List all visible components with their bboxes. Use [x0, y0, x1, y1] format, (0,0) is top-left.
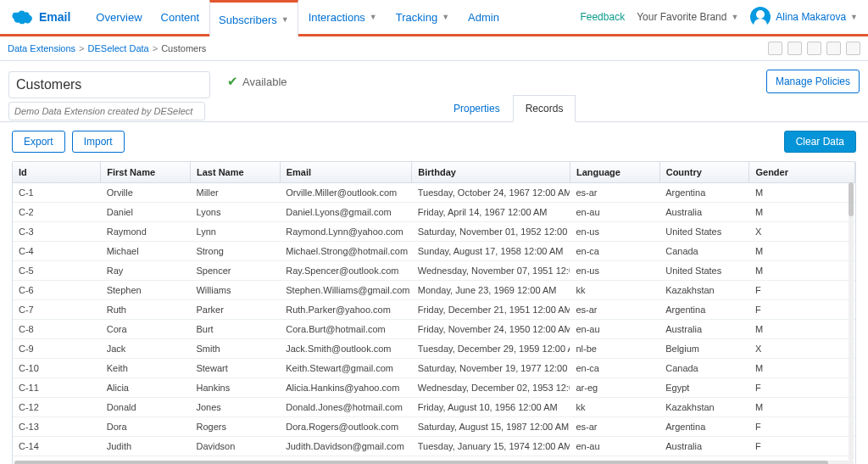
- col-email[interactable]: Email: [280, 162, 412, 183]
- user-menu[interactable]: Alina Makarova▼: [750, 7, 858, 27]
- cell: kk: [570, 281, 659, 300]
- table-row[interactable]: C-14JudithDavidsonJudith.Davidson@gmail.…: [13, 437, 855, 456]
- cell: C-3: [13, 222, 101, 242]
- trash-icon[interactable]: [846, 42, 860, 55]
- feedback-link[interactable]: Feedback: [580, 11, 625, 23]
- cell: Tuesday, December 29, 1959 12:00 AM: [412, 339, 570, 359]
- cell: Belgium: [659, 339, 749, 359]
- table-row[interactable]: C-15SimoneWellsSimone.Wells@yahoo.comFri…: [13, 456, 855, 460]
- brand-menu[interactable]: Your Favorite Brand▼: [637, 11, 738, 23]
- cell: Wednesday, November 07, 1951 12:00 AM: [412, 261, 570, 281]
- table-row[interactable]: C-4MichaelStrongMichael.Strong@hotmail.c…: [13, 242, 855, 261]
- table-row[interactable]: C-5RaySpencerRay.Spencer@outlook.comWedn…: [13, 261, 855, 281]
- cell: Jones: [190, 398, 280, 417]
- tab-row: Properties Records: [441, 95, 860, 122]
- table-row[interactable]: C-3RaymondLynnRaymond.Lynn@yahoo.comSatu…: [13, 222, 855, 242]
- cell: en-us: [570, 261, 659, 281]
- horizontal-scrollbar[interactable]: [14, 461, 854, 464]
- cell: Rogers: [190, 417, 280, 437]
- title-input[interactable]: [8, 71, 210, 98]
- tab-records[interactable]: Records: [513, 95, 576, 122]
- cell: C-5: [13, 261, 101, 281]
- col-country[interactable]: Country: [659, 162, 749, 183]
- cell: Dora.Rogers@outlook.com: [280, 417, 412, 437]
- scroll-thumb[interactable]: [14, 461, 828, 464]
- cell: Judith: [101, 437, 191, 456]
- cell: Australia: [659, 437, 749, 456]
- export-button[interactable]: Export: [12, 131, 65, 153]
- crumb-data-extensions[interactable]: Data Extensions: [8, 43, 75, 53]
- cell: C-2: [13, 203, 101, 222]
- table-row[interactable]: C-12DonaldJonesDonald.Jones@hotmail.comF…: [13, 398, 855, 417]
- cell: Cora: [101, 320, 191, 339]
- clear-data-button[interactable]: Clear Data: [784, 131, 856, 153]
- col-birthday[interactable]: Birthday: [412, 162, 570, 183]
- scroll-thumb[interactable]: [849, 182, 854, 216]
- nav-overview[interactable]: Overview: [87, 0, 150, 34]
- col-gender[interactable]: Gender: [749, 162, 855, 183]
- cell: Saturday, November 19, 1977 12:00 AM: [412, 359, 570, 378]
- chevron-down-icon: ▼: [850, 13, 858, 21]
- check-icon: ✔: [227, 74, 238, 89]
- crumb-deselect-data[interactable]: DESelect Data: [88, 43, 149, 53]
- table-row[interactable]: C-10KeithStewartKeith.Stewart@gmail.comS…: [13, 359, 855, 378]
- cell: F: [749, 456, 855, 460]
- nav-subscribers[interactable]: Subscribers▼: [209, 0, 298, 36]
- col-language[interactable]: Language: [570, 162, 659, 183]
- cell: F: [749, 281, 855, 300]
- status-available: ✔Available: [227, 74, 287, 89]
- nav-tracking[interactable]: Tracking▼: [387, 0, 458, 34]
- print-icon[interactable]: [826, 42, 841, 55]
- table-row[interactable]: C-7RuthParkerRuth.Parker@yahoo.comFriday…: [13, 300, 855, 320]
- cell: Monday, June 23, 1969 12:00 AM: [412, 281, 570, 300]
- col-id[interactable]: Id: [13, 162, 101, 183]
- cell: C-12: [13, 398, 101, 417]
- cell: C-4: [13, 242, 101, 261]
- cell: United States: [659, 456, 749, 460]
- nav-content[interactable]: Content: [153, 0, 209, 34]
- table-row[interactable]: C-9JackSmithJack.Smith@outlook.comTuesda…: [13, 339, 855, 359]
- vertical-scrollbar[interactable]: [849, 182, 854, 461]
- wifi-icon[interactable]: [768, 42, 782, 55]
- table-row[interactable]: C-8CoraBurtCora.Burt@hotmail.comFriday, …: [13, 320, 855, 339]
- cell: C-14: [13, 437, 101, 456]
- cell: Wednesday, December 02, 1953 12:00 AM: [412, 378, 570, 398]
- tab-properties[interactable]: Properties: [441, 95, 513, 122]
- cell: es-ar: [570, 183, 659, 203]
- cell: Raymond.Lynn@yahoo.com: [280, 222, 412, 242]
- cell: M: [749, 183, 855, 203]
- cell: Ruth.Parker@yahoo.com: [280, 300, 412, 320]
- cell: Stephen.Williams@gmail.com: [280, 281, 412, 300]
- cell: Daniel.Lyons@gmail.com: [280, 203, 412, 222]
- cell: Donald: [101, 398, 191, 417]
- cell: C-6: [13, 281, 101, 300]
- manage-policies-button[interactable]: Manage Policies: [766, 70, 860, 93]
- table-row[interactable]: C-6StephenWilliamsStephen.Williams@gmail…: [13, 281, 855, 300]
- cell: C-1: [13, 183, 101, 203]
- cell: Raymond: [101, 222, 191, 242]
- chevron-down-icon: ▼: [370, 13, 377, 21]
- cell: Tuesday, October 24, 1967 12:00 AM: [412, 183, 570, 203]
- cell: kk: [570, 398, 659, 417]
- breadcrumb: Data Extensions>DESelect Data>Customers: [0, 36, 868, 61]
- cell: Jack.Smith@outlook.com: [280, 339, 412, 359]
- col-first-name[interactable]: First Name: [101, 162, 191, 183]
- popout-icon[interactable]: [807, 42, 821, 55]
- table-row[interactable]: C-11AliciaHankinsAlicia.Hankins@yahoo.co…: [13, 378, 855, 398]
- cell: C-10: [13, 359, 101, 378]
- table-row[interactable]: C-13DoraRogersDora.Rogers@outlook.comSat…: [13, 417, 855, 437]
- salesforce-logo: [12, 9, 34, 25]
- cell: Kazakhstan: [659, 398, 749, 417]
- top-nav: Email OverviewContentSubscribers▼Interac…: [0, 0, 868, 36]
- cell: Sunday, August 17, 1958 12:00 AM: [412, 242, 570, 261]
- expand-icon[interactable]: [787, 42, 802, 55]
- cell: Miller: [190, 183, 280, 203]
- description-input[interactable]: [8, 102, 205, 120]
- nav-interactions[interactable]: Interactions▼: [300, 0, 386, 34]
- table-row[interactable]: C-1OrvilleMillerOrville.Miller@outlook.c…: [13, 183, 855, 203]
- import-button[interactable]: Import: [72, 131, 125, 153]
- nav-admin[interactable]: Admin: [459, 0, 508, 34]
- table-row[interactable]: C-2DanielLyonsDaniel.Lyons@gmail.comFrid…: [13, 203, 855, 222]
- col-last-name[interactable]: Last Name: [190, 162, 280, 183]
- cell: M: [749, 398, 855, 417]
